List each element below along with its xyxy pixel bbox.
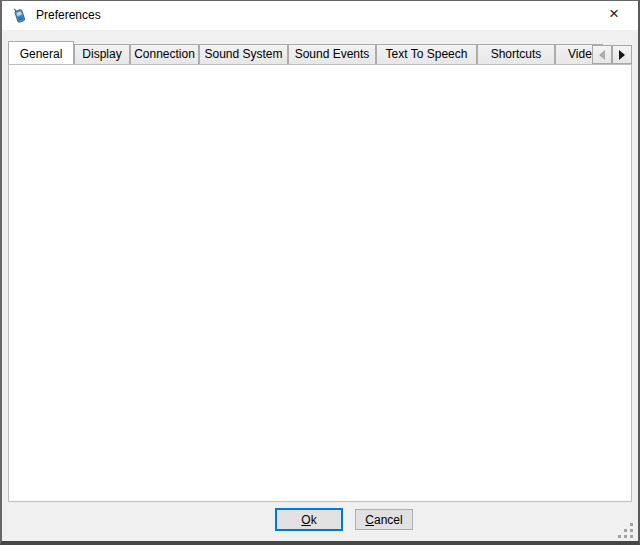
cancel-button[interactable]: Cancel [355,509,413,530]
general-tab-page [8,64,632,502]
tab-display[interactable]: Display [74,44,130,64]
ok-button[interactable]: Ok [275,508,343,531]
resize-grip[interactable] [618,523,634,539]
tab-general[interactable]: General [8,41,74,64]
teamtalk-app-icon [11,7,28,24]
titlebar: Preferences × [0,0,640,30]
tab-text-to-speech[interactable]: Text To Speech [376,44,477,64]
chevron-left-icon [599,50,605,60]
tab-scroll-right-button[interactable] [612,45,632,64]
window-title: Preferences [36,0,101,30]
preferences-dialog: Preferences × General Display Connection… [0,0,640,545]
close-icon[interactable]: × [592,0,636,30]
tab-shortcuts[interactable]: Shortcuts [477,44,555,64]
tab-sound-events[interactable]: Sound Events [288,44,376,64]
tab-scroll-left-button[interactable] [592,45,612,64]
chevron-right-icon [619,50,625,60]
tab-connection[interactable]: Connection [130,44,199,64]
tab-sound-system[interactable]: Sound System [199,44,288,64]
